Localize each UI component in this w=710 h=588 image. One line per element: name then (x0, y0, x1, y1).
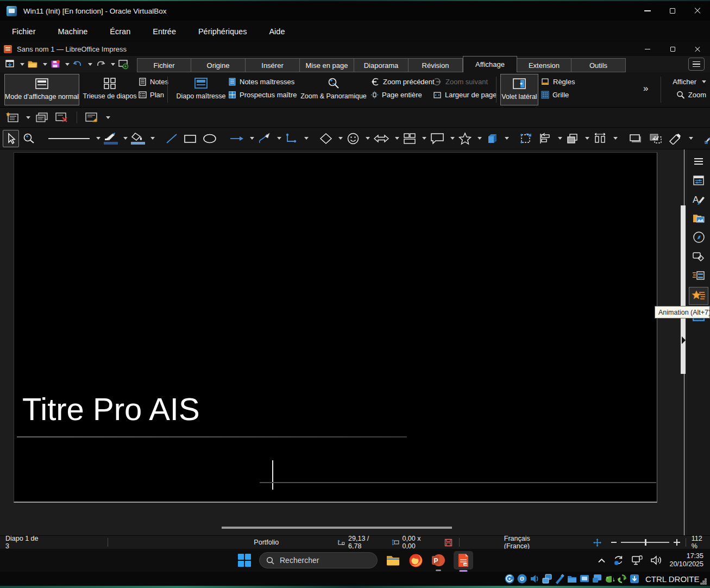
zoom-previous-button[interactable]: Zoom précédent (370, 78, 435, 86)
features-icon[interactable] (604, 573, 615, 584)
vbox-close-button[interactable] (685, 1, 710, 21)
tab-extension[interactable]: Extension (517, 58, 571, 72)
chevron-down-icon[interactable] (505, 137, 509, 140)
tab-origine[interactable]: Origine (191, 58, 246, 72)
align-objects-button[interactable] (537, 130, 554, 147)
chevron-down-icon[interactable] (395, 137, 399, 140)
slide-layout-button[interactable] (83, 110, 100, 124)
chevron-down-icon[interactable] (43, 63, 47, 66)
chevron-down-icon[interactable] (277, 137, 281, 140)
curves-polygons-button[interactable] (256, 130, 273, 147)
show-dropdown-button[interactable]: Afficher (673, 78, 706, 86)
chevron-down-icon[interactable] (366, 137, 370, 140)
master-notes-button[interactable]: Notes maîtresses (228, 78, 297, 86)
language-selector[interactable]: Français (France) (504, 535, 557, 550)
zoom-slider[interactable] (621, 542, 669, 543)
connectors-button[interactable] (283, 131, 300, 146)
tab-outils[interactable]: Outils (571, 58, 626, 72)
lines-and-arrows-button[interactable] (228, 132, 246, 145)
volume-icon[interactable] (650, 555, 662, 565)
powerpoint-button[interactable]: P (431, 553, 446, 568)
tray-update-button[interactable] (613, 555, 624, 566)
file-explorer-button[interactable] (385, 553, 400, 568)
notes-view-button[interactable]: Notes (139, 78, 168, 86)
vbox-minimize-button[interactable] (635, 1, 660, 21)
sidebar-styles-button[interactable]: A (689, 192, 708, 207)
vertical-scrollbar[interactable] (681, 205, 686, 374)
sidebar-properties-button[interactable] (689, 173, 708, 187)
zoom-slider-thumb[interactable] (645, 539, 646, 546)
chevron-down-icon[interactable] (304, 137, 309, 140)
network-icon[interactable] (631, 555, 643, 566)
master-handout-button[interactable]: Prospectus maître (228, 91, 297, 99)
tab-diaporama[interactable]: Diaporama (354, 58, 409, 72)
chevron-down-icon[interactable] (88, 63, 92, 66)
vbox-menu-machine[interactable]: Machine (58, 27, 88, 36)
audio-icon[interactable] (529, 573, 540, 584)
impress-restore-button[interactable] (660, 42, 685, 56)
redo-button[interactable] (93, 58, 108, 71)
tray-overflow-chevron-icon[interactable] (598, 558, 606, 563)
page-width-button[interactable]: Largeur de page (433, 91, 497, 99)
document-modified-button[interactable] (444, 539, 453, 547)
start-presentation-button[interactable] (116, 58, 130, 71)
rotate-tool-button[interactable] (518, 130, 535, 147)
crop-image-button[interactable] (646, 130, 665, 147)
impress-close-button[interactable] (685, 42, 710, 56)
menubar-toggle-button[interactable] (688, 58, 705, 71)
zoom-pan-button[interactable]: Zoom & Panoramique (299, 74, 368, 105)
chevron-down-icon[interactable] (26, 116, 30, 119)
sidebar-toggle-button[interactable]: Volet latéral (500, 74, 538, 105)
duplicate-slide-button[interactable] (34, 110, 50, 124)
vbox-menu-ecran[interactable]: Écran (110, 27, 130, 36)
ribbon-overflow-button[interactable]: » (643, 83, 648, 94)
tab-affichage[interactable]: Affichage (463, 56, 517, 72)
chevron-down-icon[interactable] (20, 63, 24, 66)
template-name[interactable]: Portfolio (254, 539, 279, 546)
vbox-maximize-button[interactable] (660, 1, 685, 21)
master-slide-button[interactable]: Diapo maîtresse (175, 74, 227, 105)
sidebar-gallery-button[interactable] (689, 211, 708, 226)
optical-drives-icon[interactable] (517, 573, 527, 584)
chevron-down-icon[interactable] (65, 63, 70, 66)
vbox-menu-fichier[interactable]: Fichier (12, 27, 36, 36)
ellipse-tool-button[interactable] (200, 131, 219, 146)
chevron-down-icon[interactable] (613, 137, 618, 140)
taskbar-search[interactable]: Rechercher (259, 552, 378, 568)
shadow-toggle-button[interactable] (626, 131, 645, 146)
display-icon[interactable] (579, 573, 590, 584)
impress-taskbar-button[interactable] (454, 551, 473, 570)
open-file-button[interactable] (26, 58, 40, 71)
slide-sorter-button[interactable]: Trieuse de diapos (83, 74, 137, 105)
basic-shapes-button[interactable] (317, 130, 335, 147)
drag-drop-icon[interactable] (629, 573, 640, 584)
fit-slide-button[interactable] (593, 539, 601, 547)
select-tool-button[interactable] (3, 130, 19, 147)
network-adapters-icon[interactable] (542, 573, 552, 584)
impress-minimize-button[interactable] (635, 42, 660, 56)
zoom-level[interactable]: 112 % (692, 535, 710, 550)
undo-button[interactable] (71, 58, 85, 71)
chevron-down-icon[interactable] (477, 137, 482, 140)
sidebar-shapes-button[interactable] (689, 249, 708, 264)
entire-page-button[interactable]: Page entière (370, 91, 435, 99)
usb-icon[interactable] (554, 573, 565, 584)
chevron-down-icon[interactable] (123, 137, 128, 140)
new-slide-button[interactable] (4, 110, 21, 124)
chevron-down-icon[interactable] (450, 137, 455, 140)
tab-mise-en-page[interactable]: Mise en page (300, 58, 354, 72)
sidebar-navigator-button[interactable] (689, 230, 708, 245)
chevron-down-icon[interactable] (96, 137, 100, 140)
distribute-button[interactable] (591, 130, 610, 147)
sidebar-menu-button[interactable] (689, 154, 708, 168)
vbox-menu-entree[interactable]: Entrée (153, 27, 176, 36)
chevron-down-icon[interactable] (111, 63, 115, 66)
slide-indicator[interactable]: Diapo 1 de 3 (5, 535, 43, 550)
new-document-button[interactable] (3, 58, 17, 71)
object-size[interactable]: 0,00 x 0,00 (392, 535, 436, 550)
slide-title-text[interactable]: Titre Pro AIS (22, 391, 200, 427)
fill-color-button[interactable] (129, 130, 147, 146)
normal-view-button[interactable]: Mode d'affichage normal (4, 74, 79, 105)
arrange-objects-button[interactable] (564, 130, 581, 147)
zoom-out-button[interactable] (611, 542, 617, 543)
